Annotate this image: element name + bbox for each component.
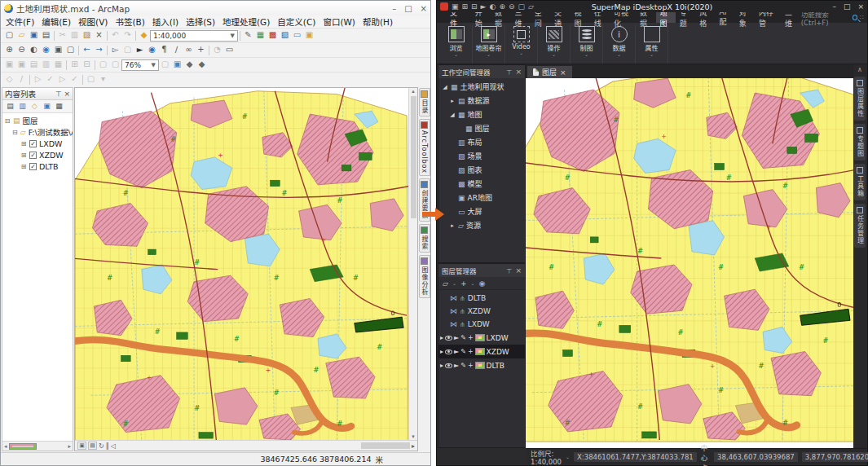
selectable-icon[interactable]: ► [454, 362, 459, 369]
zoom-in-icon[interactable]: ⊕ [3, 44, 15, 56]
scroll-left-icon[interactable]: ◁ [111, 442, 116, 450]
zoom-in-icon[interactable]: ⊕ [499, 2, 505, 11]
close-icon[interactable]: × [515, 266, 522, 275]
snap-icon[interactable]: ✓ [68, 73, 81, 86]
map-window-tab[interactable]: 图层 × [527, 66, 572, 78]
layer-checkbox[interactable]: ✓ [29, 152, 37, 159]
layer-checkbox[interactable]: ✓ [29, 163, 37, 170]
select-icon[interactable]: ► [481, 2, 487, 11]
layout-pan-icon[interactable]: ▤ [28, 59, 40, 71]
more-tools-icon[interactable]: ▾ [97, 73, 109, 86]
layer-thumbnail[interactable] [475, 334, 485, 341]
identify-icon[interactable]: ◉ [146, 44, 158, 56]
full-extent-icon[interactable]: ◉ [40, 44, 52, 56]
ribbon-tab[interactable]: 专题 [676, 12, 695, 23]
ribbon-button[interactable]: 地图卷帘 ⌄ [473, 25, 505, 64]
open-folder-icon[interactable]: ▱ [15, 29, 28, 42]
toc-root-node[interactable]: ⊟ ▤ 图层 [4, 115, 73, 126]
file-menu[interactable]: 文件 [442, 12, 471, 23]
menu-item[interactable]: 帮助(H) [363, 15, 393, 28]
ribbon-button[interactable]: 操作 ⌄ [538, 25, 571, 64]
layer-row[interactable]: ▸ ► ✎ + XZDW [438, 345, 525, 358]
workspace-tree-node[interactable]: ▦ 图层 [438, 121, 525, 135]
delete-icon[interactable]: × [93, 29, 105, 42]
ribbon-tab[interactable]: 三维 [511, 12, 531, 23]
close-window-icon[interactable]: ⊟ [471, 2, 478, 11]
arctoolbox-icon[interactable]: ▩ [267, 29, 279, 42]
list-by-source-icon[interactable]: ▥ [17, 101, 28, 112]
ribbon-tab[interactable]: 数据 [491, 12, 511, 23]
arcmap-map-view[interactable]: ▴▾ ▣ ▤ ↻ ‖ ◁ ▸ [74, 87, 418, 451]
snapable-icon[interactable]: + [468, 348, 474, 355]
ribbon-tab[interactable]: 在线 [590, 12, 610, 23]
redo-icon[interactable]: ↷ [121, 29, 134, 42]
landuse-map-canvas[interactable] [526, 78, 853, 448]
map-vertical-scrollbar[interactable]: ▴▾ [408, 88, 417, 440]
layer-row[interactable]: ▸ ► ✎ + DLTB [438, 358, 525, 372]
workspace-tree-node[interactable]: ▭ 大屏 [438, 204, 525, 218]
editable-icon[interactable]: ✎ [460, 362, 466, 369]
select-features-icon[interactable]: ▻ [109, 44, 121, 56]
dock-tab[interactable]: 工具箱 [854, 164, 866, 200]
snapable-icon[interactable]: + [468, 334, 474, 341]
collapse-icon[interactable]: ⊟ [4, 117, 11, 125]
python-window-icon[interactable]: ▧ [279, 29, 291, 42]
new-document-icon[interactable]: ▢ [3, 29, 15, 42]
fixed-zoom-out-icon[interactable]: ▢ [64, 44, 77, 56]
pan-icon[interactable]: ◐ [490, 2, 496, 11]
layer-row[interactable]: ▸ ► ✎ + LXDW [438, 331, 525, 345]
ribbon-tab[interactable]: 对象 [735, 12, 755, 23]
ribbon-button[interactable]: Video ⌄ [505, 25, 538, 64]
workspace-tree-node[interactable]: ▧ 场景 [438, 149, 525, 163]
save-icon[interactable]: ▣ [28, 29, 40, 42]
toggle-draft-icon[interactable]: ▢ [159, 59, 171, 71]
full-extent-icon[interactable]: ▢ [518, 2, 525, 11]
selectable-icon[interactable]: ► [454, 334, 459, 341]
expand-icon[interactable]: ◢ [442, 84, 448, 90]
dock-tab[interactable]: 搜索 [419, 224, 430, 253]
ribbon-tab[interactable]: 风格 [696, 12, 716, 23]
menu-item[interactable]: 插入(I) [152, 15, 178, 28]
undo-icon[interactable]: ↶ [109, 29, 121, 42]
menu-item[interactable]: 地理处理(G) [223, 15, 270, 28]
collapse-icon[interactable]: ⊟ [12, 129, 18, 136]
table-icon[interactable]: ▦ [254, 29, 267, 42]
selectable-icon[interactable]: ► [454, 348, 459, 355]
maximize-icon[interactable]: □ [404, 4, 412, 13]
list-by-visibility-icon[interactable]: ◇ [29, 101, 40, 112]
expand-icon[interactable]: ▸ [440, 362, 443, 369]
layout-zoom-in-icon[interactable]: ▣ [3, 59, 15, 71]
ribbon-tab[interactable]: 内存管 [756, 12, 782, 23]
zoom-out-icon[interactable]: ⊖ [15, 44, 28, 56]
dock-tab[interactable]: 专题图 [854, 124, 866, 160]
layer-checkbox[interactable]: ✓ [29, 140, 37, 147]
layer-thumbnail[interactable] [475, 362, 485, 369]
list-by-drawing-order-icon[interactable]: ▤ [5, 101, 15, 112]
expand-icon[interactable]: ⊞ [20, 163, 27, 170]
refresh-icon[interactable]: ↻ [99, 442, 104, 450]
workspace-tree-node[interactable]: ▣ AR地图 [438, 191, 525, 204]
save-icon[interactable]: ▣ [452, 2, 459, 11]
pin-icon[interactable]: ⊥ [506, 267, 512, 275]
menu-item[interactable]: 视图(V) [78, 15, 108, 28]
minimize-icon[interactable]: – [392, 4, 396, 13]
viewer-window-icon[interactable]: ▭ [223, 44, 236, 56]
forward-extent-icon[interactable]: → [93, 44, 105, 56]
dock-tab[interactable]: 任务管理 [854, 204, 866, 248]
expand-icon[interactable]: ▸ [449, 98, 456, 104]
workspace-tree-node[interactable]: ▸ ▱ 资源 [438, 218, 525, 232]
landuse-map-canvas[interactable] [75, 88, 408, 440]
change-layout-icon[interactable]: ◆ [196, 59, 208, 71]
menu-item[interactable]: 编辑(E) [42, 15, 71, 28]
cut-icon[interactable]: ✂ [56, 29, 68, 42]
ribbon-tab[interactable]: AI配 [716, 12, 735, 23]
catalog-window-icon[interactable]: ▣ [303, 29, 315, 42]
edit-vertices-icon[interactable]: ◇ [3, 73, 15, 86]
toc-layer-node[interactable]: ⊞ ✓ LXDW [4, 138, 73, 149]
expand-icon[interactable]: ◢ [449, 112, 456, 118]
ribbon-tab[interactable]: 可视化 [610, 12, 637, 23]
add-layer-icon[interactable]: + [460, 279, 467, 288]
close-icon[interactable]: × [421, 4, 427, 13]
select-elements-icon[interactable]: ► [134, 44, 146, 56]
ribbon-tab[interactable]: 空间 [531, 12, 550, 23]
